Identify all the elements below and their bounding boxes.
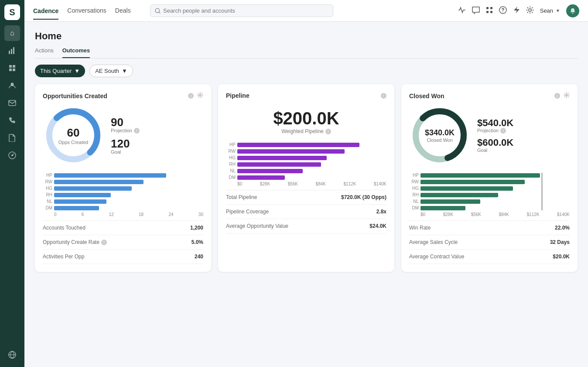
pipeline-card: Pipeline i $200.0K Weighted Pipeline i [218,84,394,272]
pipe-bar-row-nl: NL [226,168,386,173]
svg-rect-2 [13,47,14,54]
xaxis-closed-won: $0 $28K $56K $84K $112K $140K [409,212,570,217]
search-bar[interactable] [150,4,333,17]
opps-created-label: Opps Created [58,140,88,145]
search-input[interactable] [163,7,328,14]
goal-value: 120 [111,138,140,149]
top-navigation: Cadence Conversations Deals [24,0,588,22]
xaxis-opp: 0 6 12 18 24 30 [43,212,203,217]
tab-actions[interactable]: Actions [35,47,54,58]
projection-value: 90 [111,117,140,128]
svg-rect-6 [13,69,15,71]
sidebar-item-mail[interactable] [4,95,20,111]
activity-icon[interactable] [458,6,466,16]
closed-goal-label: Goal [477,147,513,153]
pipe-bar-row-rw: RW [226,149,386,154]
help-icon[interactable] [499,6,507,16]
metric-create-rate: Opportunity Create Rate i 5.0% [43,235,203,250]
pipe-bar-row-hg: HG [226,155,386,160]
svg-rect-16 [490,7,492,9]
svg-rect-5 [9,69,12,71]
sidebar-item-home[interactable]: ⌂ [4,25,20,41]
metric-pipeline-coverage: Pipeline Coverage 2.8x [226,205,386,219]
svg-point-20 [503,11,503,12]
closed-won-bar-chart: HP RW [409,173,570,217]
user-section[interactable]: Sean ▼ [540,7,560,14]
chat-icon[interactable] [472,6,480,16]
pipe-bar-row-rh: RH [226,162,386,167]
topnav-actions: Sean ▼ [458,4,579,17]
create-rate-info-icon[interactable]: i [101,240,107,245]
svg-point-10 [11,154,13,156]
svg-rect-17 [486,11,489,13]
chevron-down-icon: ▼ [74,68,80,74]
opportunities-settings-icon[interactable] [197,92,203,99]
svg-rect-18 [490,11,492,13]
opportunities-donut-section: 60 Opps Created 90 Projection i [43,105,203,166]
nav-link-deals[interactable]: Deals [115,7,131,15]
sidebar-logo[interactable]: S [4,4,20,20]
projection-info-icon[interactable]: i [134,128,140,134]
sidebar: S ⌂ [0,0,24,367]
closed-projection-info-icon[interactable]: i [500,128,506,134]
opportunities-card: Opportunities Created i [35,84,211,272]
opportunities-bar-chart: HP RW HG [43,173,203,217]
opportunities-metrics: Accounts Touched 1,200 Opportunity Creat… [43,220,203,264]
closed-won-value: $340.0K [425,128,455,137]
weighted-pipeline-info-icon[interactable]: i [325,129,331,134]
pipeline-card-icons: i [381,93,386,99]
filter-ae-south[interactable]: AE South ▼ [89,65,133,77]
sidebar-item-analytics[interactable] [4,43,20,58]
cards-grid: Opportunities Created i [35,84,578,272]
closed-won-settings-icon[interactable] [564,92,570,99]
sidebar-item-grid[interactable] [4,60,20,76]
apps-icon[interactable] [486,7,493,15]
closed-projection-value: $540.0K [477,118,513,128]
goal-stat: 120 Goal [111,138,140,154]
closed-won-info-icon[interactable]: i [554,93,560,99]
filters-row: This Quarter ▼ AE South ▼ [35,65,578,77]
metric-total-pipeline: Total Pipeline $720.0K (30 Opps) [226,190,386,205]
opportunities-info-icon[interactable]: i [188,93,194,99]
search-icon [155,8,161,14]
nav-link-cadence[interactable]: Cadence [33,7,58,20]
cw-bar-row-dm: DM [409,206,570,210]
filter-this-quarter[interactable]: This Quarter ▼ [35,65,85,77]
settings-icon[interactable] [526,6,534,16]
closed-won-metrics: Win Rate 22.0% Average Sales Cycle 32 Da… [409,220,570,264]
cw-bar-row-nl: NL [409,199,570,204]
pipeline-center: $200.0K Weighted Pipeline i [226,104,386,139]
user-chevron-icon: ▼ [556,8,560,13]
sidebar-item-documents[interactable] [4,130,20,146]
cw-bar-row-hg: HG [409,186,570,191]
nav-link-conversations[interactable]: Conversations [67,7,106,15]
bar-row-nl: NL [43,199,203,204]
weighted-pipeline-value: $200.0K [226,109,386,128]
pipe-bar-row-hp: HP [226,142,386,147]
bolt-icon[interactable] [513,6,520,16]
pipeline-metrics: Total Pipeline $720.0K (30 Opps) Pipelin… [226,190,386,233]
opportunities-card-header: Opportunities Created i [43,92,203,99]
svg-point-25 [566,94,567,96]
pipeline-info-icon[interactable]: i [381,93,386,99]
closed-won-label: Closed Won [425,137,455,143]
closed-won-card-icons: i [554,92,570,99]
bar-row-rw: RW [43,179,203,184]
sidebar-item-people[interactable] [4,78,20,93]
main-area: Cadence Conversations Deals [24,0,588,367]
closed-projection-stat: $540.0K Projection i [477,118,513,134]
sidebar-item-reports[interactable] [4,147,20,163]
content-area: Home Actions Outcomes This Quarter ▼ AE … [24,22,588,367]
opportunities-card-title: Opportunities Created [43,93,107,99]
closed-won-donut-section: $340.0K Closed Won $540.0K Projection i [409,105,570,166]
svg-line-14 [159,12,160,13]
notification-avatar[interactable] [566,4,579,17]
weighted-pipeline-label: Weighted Pipeline i [226,128,386,134]
chevron-down-icon-2: ▼ [122,68,127,74]
sidebar-item-phone[interactable] [4,113,20,128]
closed-won-donut: $340.0K Closed Won [409,105,470,166]
opportunities-stats: 90 Projection i 120 Goal [111,117,140,154]
metric-activities-per-opp: Activities Per Opp 240 [43,250,203,264]
sidebar-item-globe[interactable] [4,347,20,363]
tab-outcomes[interactable]: Outcomes [62,47,90,58]
